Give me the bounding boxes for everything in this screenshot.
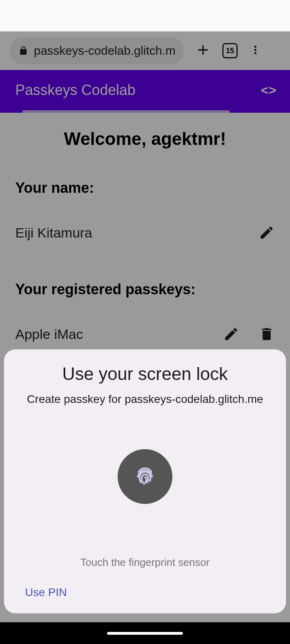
fingerprint-sensor[interactable] — [118, 449, 172, 504]
sheet-title: Use your screen lock — [22, 364, 268, 384]
nav-handle[interactable] — [107, 632, 183, 635]
sheet-hint: Touch the fingerprint sensor — [22, 556, 268, 569]
use-pin-button[interactable]: Use PIN — [22, 581, 70, 604]
screen-lock-sheet: Use your screen lock Create passkey for … — [4, 349, 286, 613]
fingerprint-icon — [132, 463, 158, 490]
system-nav-bar — [0, 622, 290, 644]
status-bar — [0, 0, 290, 31]
sheet-subtitle: Create passkey for passkeys-codelab.glit… — [22, 393, 268, 406]
